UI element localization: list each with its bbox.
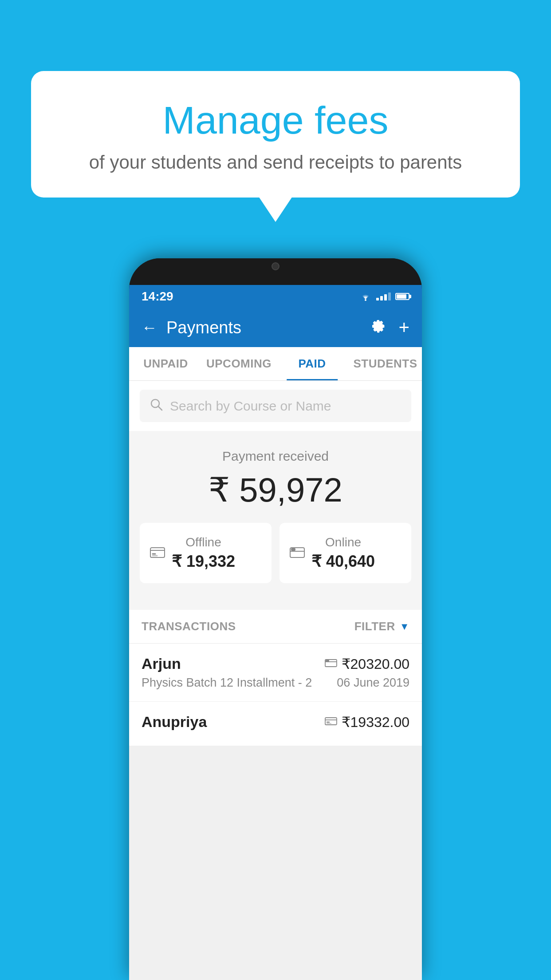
signal-icon (376, 292, 391, 300)
phone-notch (249, 258, 302, 274)
tabs: UNPAID UPCOMING PAID STUDENTS (129, 347, 422, 381)
offline-payment-card: Offline ₹ 19,332 (140, 523, 272, 583)
search-placeholder: Search by Course or Name (170, 399, 331, 414)
offline-amount: ₹ 19,332 (172, 552, 235, 571)
transaction-row[interactable]: Arjun ₹20320.00 Physics Batch 12 Install… (129, 644, 422, 702)
transaction-name: Anupriya (142, 713, 207, 731)
battery-fill (397, 294, 406, 299)
transaction-amount: ₹19332.00 (342, 714, 409, 731)
status-icons (359, 292, 409, 301)
online-amount: ₹ 40,640 (311, 552, 375, 571)
back-button[interactable]: ← (142, 318, 157, 337)
transaction-amount-wrap: ₹19332.00 (325, 714, 409, 731)
status-time: 14:29 (142, 289, 173, 304)
speech-bubble: Manage fees of your students and send re… (31, 71, 520, 198)
add-icon[interactable]: + (398, 317, 409, 338)
svg-line-2 (158, 407, 162, 410)
payment-received-section: Payment received ₹ 59,972 Offl (129, 431, 422, 610)
svg-rect-12 (326, 660, 329, 661)
phone-content: Search by Course or Name Payment receive… (129, 381, 422, 980)
card-payment-icon (325, 658, 337, 670)
offline-info: Offline ₹ 19,332 (172, 535, 235, 571)
tab-upcoming[interactable]: UPCOMING (202, 347, 276, 380)
offline-icon (150, 545, 165, 562)
online-payment-card: Online ₹ 40,640 (279, 523, 411, 583)
filter-icon: ▼ (400, 621, 409, 632)
tab-students[interactable]: STUDENTS (349, 347, 422, 380)
transaction-top: Anupriya ₹19332.00 (142, 713, 409, 731)
settings-icon[interactable] (370, 318, 386, 337)
search-input[interactable]: Search by Course or Name (140, 390, 411, 422)
transaction-top: Arjun ₹20320.00 (142, 655, 409, 672)
wifi-icon (359, 292, 372, 301)
search-icon (150, 398, 163, 414)
transactions-header: TRANSACTIONS FILTER ▼ (129, 610, 422, 644)
transaction-name: Arjun (142, 655, 181, 672)
phone-top-bar (129, 258, 422, 285)
camera (272, 262, 279, 270)
filter-button[interactable]: FILTER ▼ (354, 620, 409, 633)
tab-unpaid[interactable]: UNPAID (129, 347, 202, 380)
transaction-course: Physics Batch 12 Installment - 2 (142, 676, 312, 690)
svg-rect-9 (291, 549, 295, 550)
transaction-amount-wrap: ₹20320.00 (325, 656, 409, 672)
phone-frame: 14:29 ← Payments (129, 258, 422, 980)
app-header: ← Payments + (129, 308, 422, 347)
battery-icon (395, 293, 409, 300)
payment-received-label: Payment received (129, 449, 422, 464)
online-info: Online ₹ 40,640 (311, 535, 375, 571)
header-title: Payments (166, 318, 370, 337)
payment-total-amount: ₹ 59,972 (129, 470, 422, 510)
status-bar: 14:29 (129, 285, 422, 308)
transactions-label: TRANSACTIONS (142, 620, 236, 633)
transaction-amount: ₹20320.00 (342, 656, 409, 672)
online-icon (289, 545, 305, 562)
bubble-subtitle: of your students and send receipts to pa… (53, 152, 498, 173)
transaction-bottom: Physics Batch 12 Installment - 2 06 June… (142, 676, 409, 690)
svg-point-0 (365, 299, 366, 301)
transaction-row[interactable]: Anupriya ₹19332.00 (129, 702, 422, 746)
header-actions: + (370, 317, 409, 338)
online-label: Online (311, 535, 375, 549)
filter-label: FILTER (354, 620, 395, 633)
tab-paid[interactable]: PAID (276, 347, 349, 380)
transaction-date: 06 June 2019 (337, 676, 409, 690)
offline-payment-icon (325, 716, 337, 728)
payment-cards: Offline ₹ 19,332 Online (129, 523, 422, 597)
offline-label: Offline (172, 535, 235, 549)
search-bar-container: Search by Course or Name (129, 381, 422, 431)
bubble-title: Manage fees (53, 98, 498, 143)
